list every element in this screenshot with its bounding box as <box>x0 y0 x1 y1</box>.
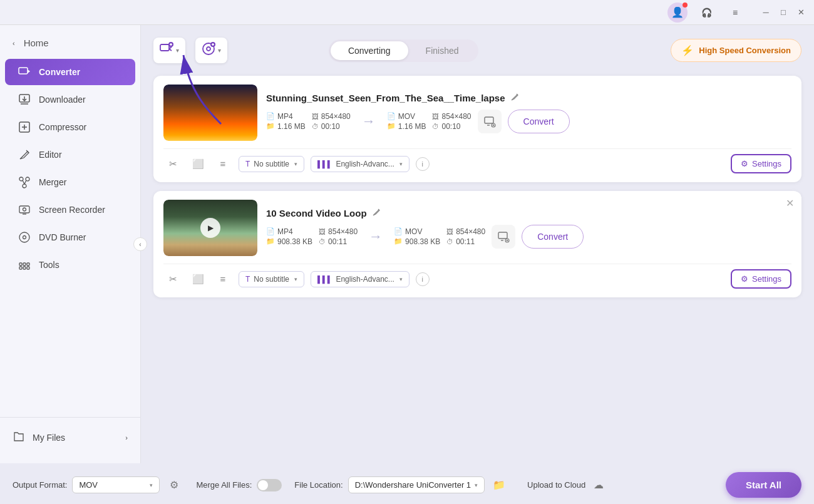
sidebar-item-downloader[interactable]: Downloader <box>5 86 135 113</box>
output-format-field: Output Format: MOV ▾ ⚙ <box>13 476 183 495</box>
file-location-select[interactable]: D:\Wondershare UniConverter 1 ▾ <box>348 476 485 493</box>
svg-line-12 <box>23 180 24 184</box>
sidebar-item-screen-recorder[interactable]: Screen Recorder <box>5 197 135 223</box>
svg-point-11 <box>23 184 26 188</box>
video-card-1: Stunning_Sunset_Seen_From_The_Sea__Time_… <box>153 76 801 182</box>
video-format-row-1: 📄 MP4 🖼 854×480 📁 1.1 <box>266 110 791 133</box>
format-settings-icon-2[interactable] <box>492 225 515 249</box>
settings-button-1[interactable]: ⚙ Settings <box>731 154 791 173</box>
sidebar-item-editor[interactable]: Editor <box>5 141 135 168</box>
upload-cloud-label: Upload to Cloud <box>527 480 585 490</box>
sidebar-item-converter[interactable]: Converter <box>5 59 135 85</box>
sidebar-item-compressor[interactable]: Compressor <box>5 114 135 140</box>
sidebar-downloader-label: Downloader <box>39 95 86 105</box>
file-location-label: File Location: <box>294 480 343 490</box>
sidebar-myfiles-link[interactable]: My Files › <box>0 424 140 451</box>
src-duration-text-1: 00:10 <box>321 122 340 131</box>
convert-button-2[interactable]: Convert <box>522 225 584 249</box>
subtitle-add-icon-1[interactable]: ≡ <box>214 155 232 173</box>
subtitle-dd-arrow-icon-1: ▾ <box>294 161 297 167</box>
subtitle-dropdown-1[interactable]: T No subtitle ▾ <box>239 156 304 172</box>
sidebar-item-dvd-burner[interactable]: DVD Burner <box>5 224 135 250</box>
merge-toggle-switch[interactable] <box>257 479 282 491</box>
svg-rect-19 <box>19 263 22 265</box>
audio-dropdown-1[interactable]: ▌▌▌ English-Advanc... ▾ <box>311 156 410 172</box>
src-size-item-2: 📁 908.38 KB <box>266 237 312 246</box>
sidebar-home-link[interactable]: ‹ Home <box>0 31 140 58</box>
subtitle-add-icon-2[interactable]: ≡ <box>214 270 232 289</box>
output-format-label: Output Format: <box>13 480 67 490</box>
dst-duration-text-1: 00:10 <box>441 122 460 131</box>
user-avatar-icon[interactable]: 👤 <box>667 3 688 23</box>
maximize-button[interactable]: □ <box>778 7 789 18</box>
video-title-1: Stunning_Sunset_Seen_From_The_Sea__Time_… <box>266 93 791 103</box>
sidebar-bottom: My Files › <box>0 417 140 457</box>
add-media-button[interactable]: ▾ <box>195 38 227 63</box>
output-format-settings-icon[interactable]: ⚙ <box>165 476 183 495</box>
video-format-row-2: 📄 MP4 🖼 854×480 📁 908 <box>266 225 791 249</box>
high-speed-button[interactable]: ⚡ High Speed Conversion <box>671 39 801 62</box>
video-title-text-2: 10 Second Video Loop <box>266 208 367 219</box>
tools-icon <box>18 258 31 272</box>
converter-icon <box>18 65 31 79</box>
convert-button-1[interactable]: Convert <box>508 110 570 133</box>
video-file-icon-2: 📄 <box>266 227 275 235</box>
crop-icon-2[interactable]: ⬜ <box>188 270 207 289</box>
sidebar: ‹ Home Converter <box>0 25 141 463</box>
info-icon-1[interactable]: i <box>416 157 430 171</box>
close-card-button-2[interactable]: ✕ <box>786 197 794 209</box>
minimize-button[interactable]: ─ <box>760 7 771 18</box>
start-all-button[interactable]: Start All <box>726 472 801 498</box>
subtitle-dropdown-2[interactable]: T No subtitle ▾ <box>239 271 304 287</box>
subtitle-text-2: No subtitle <box>254 275 289 284</box>
video-file-icon-1: 📄 <box>266 112 275 120</box>
headset-icon[interactable]: 🎧 <box>696 3 716 23</box>
format-settings-icon-1[interactable] <box>478 110 502 133</box>
main-content: ▾ ▾ Converting <box>141 25 814 463</box>
audio-wave-icon-1: ▌▌▌ <box>317 160 332 168</box>
video-card-2-top: ▶ 10 Second Video Loop <box>163 200 791 256</box>
myfiles-chevron-icon: › <box>125 434 128 441</box>
resolution-icon-2: 🖼 <box>319 228 326 235</box>
info-icon-2[interactable]: i <box>416 272 430 286</box>
output-format-dd-arrow-icon: ▾ <box>150 482 153 488</box>
video-thumbnail-2[interactable]: ▶ <box>163 200 257 256</box>
svg-point-33 <box>207 47 210 51</box>
tab-finished[interactable]: Finished <box>408 41 477 60</box>
crop-icon-1[interactable]: ⬜ <box>188 155 207 173</box>
video-edit-icon-2[interactable] <box>372 208 381 219</box>
settings-button-2[interactable]: ⚙ Settings <box>731 269 791 289</box>
dst-duration-item-1: ⏱ 00:10 <box>432 122 471 131</box>
cut-icon-2[interactable]: ✂ <box>163 270 182 289</box>
sidebar-collapse-button[interactable]: ‹ <box>133 237 147 251</box>
app-body-inner: ‹ Home Converter <box>0 25 814 463</box>
cut-icon-1[interactable]: ✂ <box>163 155 182 173</box>
duration-icon-1: ⏱ <box>312 123 319 130</box>
play-button-2[interactable]: ▶ <box>200 218 220 238</box>
subtitle-icon-1: T <box>245 160 250 168</box>
bolt-icon: ⚡ <box>681 44 694 56</box>
tab-converting[interactable]: Converting <box>331 41 408 60</box>
video-card-1-top: Stunning_Sunset_Seen_From_The_Sea__Time_… <box>163 85 791 141</box>
merge-toggle-field: Merge All Files: <box>196 479 282 491</box>
add-file-button[interactable]: ▾ <box>153 38 185 63</box>
src-duration-item-2: ⏱ 00:11 <box>319 237 358 246</box>
menu-icon[interactable]: ≡ <box>725 3 745 23</box>
video-edit-icon-1[interactable] <box>510 93 519 103</box>
src-format-item-2: 📄 MP4 <box>266 227 312 236</box>
output-format-value: MOV <box>79 480 98 490</box>
sidebar-item-tools[interactable]: Tools <box>5 252 135 278</box>
audio-dropdown-2[interactable]: ▌▌▌ English-Advanc... ▾ <box>311 271 410 287</box>
home-label: Home <box>24 38 49 48</box>
src-resolution-text-2: 854×480 <box>328 227 358 236</box>
svg-point-18 <box>23 236 26 239</box>
close-button[interactable]: ✕ <box>795 7 806 18</box>
cloud-upload-icon[interactable]: ☁ <box>589 476 608 495</box>
output-format-select[interactable]: MOV ▾ <box>72 476 160 493</box>
audio-dd-arrow-icon-2: ▾ <box>399 276 403 282</box>
browse-folder-icon[interactable]: 📁 <box>490 476 508 495</box>
sidebar-item-merger[interactable]: Merger <box>5 169 135 195</box>
video-card-1-bottom: ✂ ⬜ ≡ T No subtitle ▾ ▌▌▌ English-Advanc… <box>163 148 791 173</box>
editor-icon <box>18 148 31 162</box>
title-bar: 👤 🎧 ≡ ─ □ ✕ <box>0 0 814 25</box>
